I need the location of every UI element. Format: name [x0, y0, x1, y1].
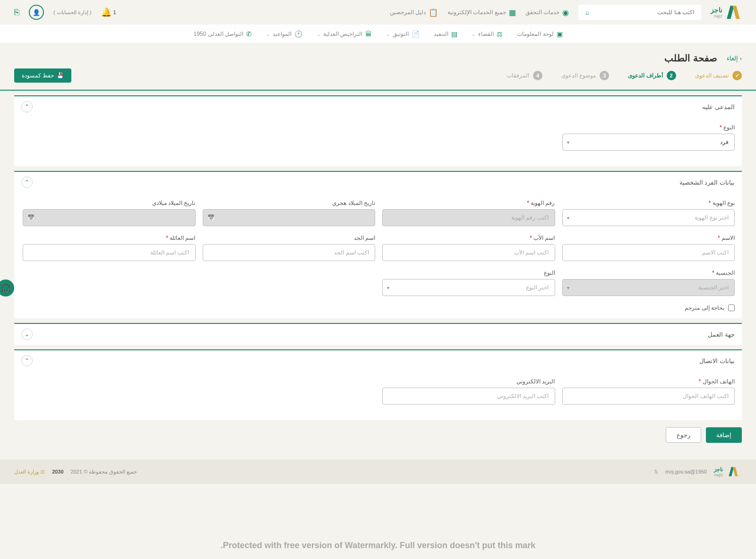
name-input[interactable]: [562, 244, 735, 261]
logo-mark-icon: [727, 467, 739, 476]
collapse-button[interactable]: ⌃: [21, 177, 33, 188]
stepper: ✓ تصنيف الدعوى 2 أطراف الدعوى 3 موضوع ال…: [507, 71, 742, 80]
bell-count: 1: [113, 9, 116, 15]
name-label: الاسم *: [562, 235, 735, 241]
user-icon: 👤: [33, 9, 40, 16]
type-label: النوع *: [562, 124, 735, 131]
father-label: اسم الأب *: [382, 235, 555, 241]
id-type-select[interactable]: [562, 209, 735, 226]
search-box[interactable]: ⌕: [578, 5, 701, 20]
verify-link[interactable]: ◉ خدمات التحقق: [525, 8, 569, 17]
panel-employer-title: جهة العمل: [708, 331, 735, 338]
nav-documentation[interactable]: 📄 التوثيق ⌄: [386, 30, 420, 38]
moj-logo-icon: ⚖ وزارة العدل: [14, 469, 45, 475]
grand-input[interactable]: [203, 244, 376, 261]
email-input[interactable]: [382, 388, 555, 405]
nav-execution-label: التنفيذ: [434, 31, 448, 37]
chevron-down-icon: ⌄: [386, 32, 390, 37]
nav-licenses-label: التراخيص العدلية: [323, 31, 362, 37]
type-select[interactable]: [562, 134, 735, 151]
clock-icon: 🕐: [294, 30, 302, 38]
execution-icon: ▤: [451, 30, 457, 38]
chevron-right-icon: ›: [740, 55, 742, 62]
back-button[interactable]: رجوع: [666, 427, 701, 443]
notifications[interactable]: 1 🔔: [101, 7, 118, 17]
email-label: البريد الالكتروني: [382, 378, 555, 385]
header: ناجز najiz ⌕ ◉ خدمات التحقق ▦ جميع الخدم…: [0, 0, 756, 25]
cancel-link[interactable]: › إلغاء: [727, 55, 742, 62]
panel-contact: بيانات الاتصال ⌃ الهاتف الجوال * البريد …: [14, 349, 742, 420]
chevron-down-icon: ⌄: [472, 32, 475, 37]
nav-appointments[interactable]: 🕐 المواعيد ⌄: [266, 30, 302, 38]
nav-appointments-label: المواعيد: [273, 31, 292, 37]
dob-greg-label: تاريخ الميلاد ميلادي: [23, 200, 196, 206]
footer-email[interactable]: 1950@moj.gov.sa: [665, 469, 707, 474]
main-nav: ▣ لوحة المعلومات ⚖ القضاء ⌄ ▤ التنفيذ 📄 …: [0, 25, 756, 44]
services-link[interactable]: ▦ جميع الخدمات الإلكترونية: [447, 8, 516, 17]
step-4: 4 المرفقات: [507, 71, 542, 80]
nav-contact-label: التواصل العدلي 1950: [193, 31, 243, 37]
family-input[interactable]: [23, 244, 196, 261]
phone-icon: ✆: [246, 30, 252, 38]
licensed-link[interactable]: 📋 دليل المرخصين: [390, 8, 438, 17]
chevron-down-icon: ⌄: [266, 32, 270, 37]
nav-judiciary[interactable]: ⚖ القضاء ⌄: [472, 30, 503, 38]
nav-licenses[interactable]: 🏛 التراخيص العدلية ⌄: [317, 30, 372, 38]
grand-label: اسم الجد: [203, 235, 376, 241]
step-3: 3 موضوع الدعوى: [561, 71, 609, 80]
panel-defendant-title: المدعى عليه: [702, 103, 735, 110]
gender-label: النوع: [382, 270, 555, 276]
id-type-label: نوع الهوية *: [562, 200, 735, 206]
logo[interactable]: ناجز najiz: [711, 6, 742, 19]
stepper-row: ✓ تصنيف الدعوى 2 أطراف الدعوى 3 موضوع ال…: [0, 68, 756, 91]
page-title-row: › إلغاء صفحة الطلب: [0, 44, 756, 68]
father-input[interactable]: [382, 244, 555, 261]
grid-icon: ▦: [509, 8, 516, 17]
panel-contact-title: بيانات الاتصال: [699, 357, 735, 364]
save-draft-button[interactable]: 💾 حفظ كمسودة: [14, 68, 71, 83]
step-1-label: تصنيف الدعوى: [695, 72, 729, 79]
collapse-button[interactable]: ⌃: [21, 355, 33, 366]
accounts-link[interactable]: ( إدارة الحسابات ): [53, 9, 92, 16]
save-icon: 💾: [57, 72, 64, 79]
add-button[interactable]: إضافة: [706, 427, 742, 443]
translator-checkbox[interactable]: [728, 305, 735, 311]
collapse-button[interactable]: ⌃: [21, 101, 33, 112]
search-icon[interactable]: ⌕: [585, 8, 589, 16]
services-label: جميع الخدمات الإلكترونية: [447, 9, 506, 16]
twitter-icon[interactable]: 𝕏: [654, 469, 658, 475]
nav-contact[interactable]: ✆ التواصل العدلي 1950: [193, 30, 251, 38]
step-2[interactable]: 2 أطراف الدعوى: [628, 71, 676, 80]
mobile-input[interactable]: [562, 388, 735, 405]
nav-judiciary-label: القضاء: [478, 31, 494, 37]
panel-personal-title: بيانات الفرد الشخصية: [679, 179, 735, 186]
save-draft-label: حفظ كمسودة: [22, 72, 54, 79]
step-1[interactable]: ✓ تصنيف الدعوى: [695, 71, 742, 80]
nav-dashboard[interactable]: ▣ لوحة المعلومات: [517, 30, 562, 38]
nav-documentation-label: التوثيق: [393, 31, 409, 37]
translator-checkbox-row: بحاجة إلى مترجم: [21, 305, 735, 311]
fingerprint-icon: ◉: [562, 8, 569, 17]
nav-execution[interactable]: ▤ التنفيذ: [434, 30, 457, 38]
step-done-icon: ✓: [732, 71, 742, 80]
footer-logo: ناجز najiz: [714, 465, 742, 478]
gender-select[interactable]: [382, 279, 555, 296]
dob-hijri-input[interactable]: [203, 209, 376, 226]
family-label: اسم العائلة *: [23, 235, 196, 241]
vision-2030-icon: 2030: [52, 469, 63, 474]
dob-hijri-label: تاريخ الميلاد هجري: [203, 200, 376, 206]
expand-button[interactable]: ⌄: [21, 329, 33, 340]
step-2-label: أطراف الدعوى: [628, 72, 662, 79]
license-icon: 🏛: [365, 30, 372, 38]
action-row: إضافة رجوع: [0, 420, 756, 450]
id-number-input[interactable]: [382, 209, 555, 226]
dob-greg-input[interactable]: [23, 209, 196, 226]
nationality-select[interactable]: [562, 279, 735, 296]
avatar[interactable]: 👤: [29, 5, 44, 20]
footer: ناجز najiz 1950@moj.gov.sa 𝕏 جميع الحقوق…: [0, 459, 756, 484]
logout-icon[interactable]: ⎘: [14, 8, 19, 17]
page-title: صفحة الطلب: [664, 52, 717, 64]
headset-icon: 🎧: [0, 283, 11, 293]
cancel-label: إلغاء: [727, 55, 738, 62]
search-input[interactable]: [589, 9, 694, 16]
